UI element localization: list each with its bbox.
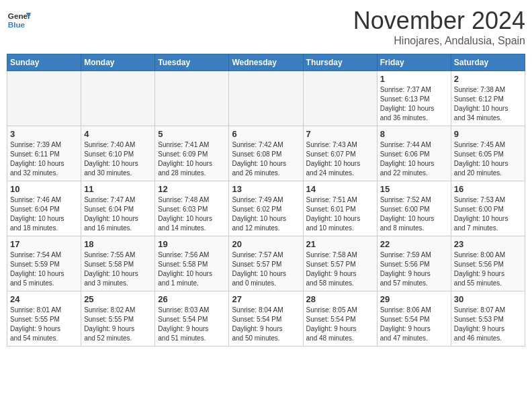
day-info: Sunrise: 7:40 AM Sunset: 6:10 PM Dayligh… (84, 140, 152, 178)
month-title: November 2024 (353, 7, 525, 35)
day-cell: 12Sunrise: 7:48 AM Sunset: 6:03 PM Dayli… (155, 181, 229, 236)
day-cell (7, 71, 81, 126)
svg-text:Blue: Blue (8, 20, 26, 29)
day-cell: 23Sunrise: 8:00 AM Sunset: 5:56 PM Dayli… (451, 236, 525, 291)
day-number: 19 (158, 239, 226, 249)
day-info: Sunrise: 7:55 AM Sunset: 5:58 PM Dayligh… (84, 250, 152, 288)
day-number: 10 (10, 184, 78, 194)
day-number: 17 (10, 239, 78, 249)
day-info: Sunrise: 7:56 AM Sunset: 5:58 PM Dayligh… (158, 250, 226, 288)
day-cell: 11Sunrise: 7:47 AM Sunset: 6:04 PM Dayli… (81, 181, 155, 236)
day-cell: 29Sunrise: 8:06 AM Sunset: 5:54 PM Dayli… (377, 291, 451, 347)
day-cell: 15Sunrise: 7:52 AM Sunset: 6:00 PM Dayli… (377, 181, 451, 236)
day-cell: 21Sunrise: 7:58 AM Sunset: 5:57 PM Dayli… (303, 236, 377, 291)
day-info: Sunrise: 7:52 AM Sunset: 6:00 PM Dayligh… (380, 195, 448, 233)
day-cell: 24Sunrise: 8:01 AM Sunset: 5:55 PM Dayli… (7, 291, 81, 347)
day-cell: 2Sunrise: 7:38 AM Sunset: 6:12 PM Daylig… (451, 71, 525, 126)
day-info: Sunrise: 8:04 AM Sunset: 5:54 PM Dayligh… (232, 306, 300, 343)
day-cell: 20Sunrise: 7:57 AM Sunset: 5:57 PM Dayli… (229, 236, 303, 291)
day-cell: 4Sunrise: 7:40 AM Sunset: 6:10 PM Daylig… (81, 126, 155, 181)
day-cell: 14Sunrise: 7:51 AM Sunset: 6:01 PM Dayli… (303, 181, 377, 236)
day-cell: 18Sunrise: 7:55 AM Sunset: 5:58 PM Dayli… (81, 236, 155, 291)
day-cell: 25Sunrise: 8:02 AM Sunset: 5:55 PM Dayli… (81, 291, 155, 347)
day-info: Sunrise: 8:03 AM Sunset: 5:54 PM Dayligh… (158, 306, 226, 343)
weekday-header-row: SundayMondayTuesdayWednesdayThursdayFrid… (7, 54, 525, 71)
day-number: 14 (306, 184, 374, 194)
day-number: 25 (84, 294, 152, 304)
day-number: 24 (10, 294, 78, 304)
day-cell: 30Sunrise: 8:07 AM Sunset: 5:53 PM Dayli… (451, 291, 525, 347)
day-number: 28 (306, 294, 374, 304)
day-number: 5 (158, 129, 226, 139)
day-number: 2 (454, 74, 522, 84)
weekday-header-thursday: Thursday (303, 54, 377, 71)
day-info: Sunrise: 7:53 AM Sunset: 6:00 PM Dayligh… (454, 195, 522, 233)
day-number: 15 (380, 184, 448, 194)
weekday-header-tuesday: Tuesday (155, 54, 229, 71)
day-number: 20 (232, 239, 300, 249)
day-number: 26 (158, 294, 226, 304)
day-info: Sunrise: 7:43 AM Sunset: 6:07 PM Dayligh… (306, 140, 374, 178)
day-number: 3 (10, 129, 78, 139)
day-number: 22 (380, 239, 448, 249)
week-row-1: 1Sunrise: 7:37 AM Sunset: 6:13 PM Daylig… (7, 71, 525, 126)
day-number: 23 (454, 239, 522, 249)
day-info: Sunrise: 7:47 AM Sunset: 6:04 PM Dayligh… (84, 195, 152, 233)
day-cell: 19Sunrise: 7:56 AM Sunset: 5:58 PM Dayli… (155, 236, 229, 291)
day-cell: 6Sunrise: 7:42 AM Sunset: 6:08 PM Daylig… (229, 126, 303, 181)
day-cell: 22Sunrise: 7:59 AM Sunset: 5:56 PM Dayli… (377, 236, 451, 291)
day-cell: 17Sunrise: 7:54 AM Sunset: 5:59 PM Dayli… (7, 236, 81, 291)
weekday-header-monday: Monday (81, 54, 155, 71)
day-info: Sunrise: 8:05 AM Sunset: 5:54 PM Dayligh… (306, 306, 374, 343)
day-info: Sunrise: 8:00 AM Sunset: 5:56 PM Dayligh… (454, 250, 522, 288)
day-number: 8 (380, 129, 448, 139)
day-info: Sunrise: 8:06 AM Sunset: 5:54 PM Dayligh… (380, 306, 448, 343)
week-row-3: 10Sunrise: 7:46 AM Sunset: 6:04 PM Dayli… (7, 181, 525, 236)
day-number: 11 (84, 184, 152, 194)
header: General Blue November 2024 Hinojares, An… (7, 7, 525, 47)
day-cell: 28Sunrise: 8:05 AM Sunset: 5:54 PM Dayli… (303, 291, 377, 347)
day-number: 9 (454, 129, 522, 139)
day-info: Sunrise: 7:51 AM Sunset: 6:01 PM Dayligh… (306, 195, 374, 233)
day-number: 6 (232, 129, 300, 139)
day-cell: 13Sunrise: 7:49 AM Sunset: 6:02 PM Dayli… (229, 181, 303, 236)
day-info: Sunrise: 8:07 AM Sunset: 5:53 PM Dayligh… (454, 306, 522, 343)
day-info: Sunrise: 7:44 AM Sunset: 6:06 PM Dayligh… (380, 140, 448, 178)
day-number: 30 (454, 294, 522, 304)
day-cell: 27Sunrise: 8:04 AM Sunset: 5:54 PM Dayli… (229, 291, 303, 347)
day-cell: 5Sunrise: 7:41 AM Sunset: 6:09 PM Daylig… (155, 126, 229, 181)
day-info: Sunrise: 7:38 AM Sunset: 6:12 PM Dayligh… (454, 85, 522, 123)
day-number: 7 (306, 129, 374, 139)
day-cell (303, 71, 377, 126)
day-info: Sunrise: 7:41 AM Sunset: 6:09 PM Dayligh… (158, 140, 226, 178)
day-number: 27 (232, 294, 300, 304)
day-cell: 26Sunrise: 8:03 AM Sunset: 5:54 PM Dayli… (155, 291, 229, 347)
day-info: Sunrise: 7:58 AM Sunset: 5:57 PM Dayligh… (306, 250, 374, 288)
day-info: Sunrise: 7:49 AM Sunset: 6:02 PM Dayligh… (232, 195, 300, 233)
day-number: 16 (454, 184, 522, 194)
day-info: Sunrise: 7:57 AM Sunset: 5:57 PM Dayligh… (232, 250, 300, 288)
day-info: Sunrise: 7:39 AM Sunset: 6:11 PM Dayligh… (10, 140, 78, 178)
day-number: 1 (380, 74, 448, 84)
day-info: Sunrise: 7:48 AM Sunset: 6:03 PM Dayligh… (158, 195, 226, 233)
day-cell: 8Sunrise: 7:44 AM Sunset: 6:06 PM Daylig… (377, 126, 451, 181)
day-cell: 7Sunrise: 7:43 AM Sunset: 6:07 PM Daylig… (303, 126, 377, 181)
day-cell: 10Sunrise: 7:46 AM Sunset: 6:04 PM Dayli… (7, 181, 81, 236)
week-row-4: 17Sunrise: 7:54 AM Sunset: 5:59 PM Dayli… (7, 236, 525, 291)
day-number: 18 (84, 239, 152, 249)
day-cell: 16Sunrise: 7:53 AM Sunset: 6:00 PM Dayli… (451, 181, 525, 236)
location-title: Hinojares, Andalusia, Spain (353, 35, 525, 47)
day-number: 29 (380, 294, 448, 304)
day-cell: 3Sunrise: 7:39 AM Sunset: 6:11 PM Daylig… (7, 126, 81, 181)
day-cell (81, 71, 155, 126)
day-number: 4 (84, 129, 152, 139)
day-info: Sunrise: 7:59 AM Sunset: 5:56 PM Dayligh… (380, 250, 448, 288)
day-cell (229, 71, 303, 126)
day-info: Sunrise: 7:54 AM Sunset: 5:59 PM Dayligh… (10, 250, 78, 288)
day-number: 12 (158, 184, 226, 194)
calendar-table: SundayMondayTuesdayWednesdayThursdayFrid… (7, 54, 525, 347)
svg-text:General: General (8, 11, 31, 20)
day-info: Sunrise: 7:46 AM Sunset: 6:04 PM Dayligh… (10, 195, 78, 233)
week-row-2: 3Sunrise: 7:39 AM Sunset: 6:11 PM Daylig… (7, 126, 525, 181)
weekday-header-sunday: Sunday (7, 54, 81, 71)
